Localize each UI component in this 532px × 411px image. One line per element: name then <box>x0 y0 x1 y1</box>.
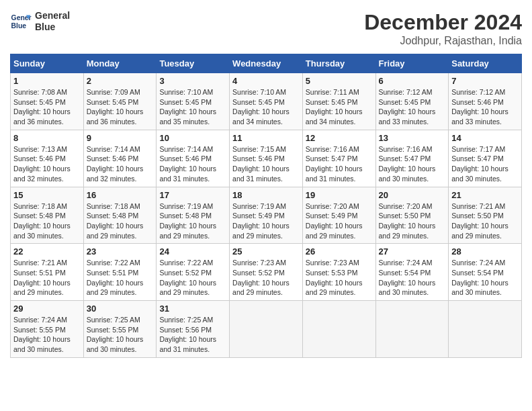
header-day-friday: Friday <box>375 54 449 73</box>
day-info: Sunrise: 7:20 AM Sunset: 5:50 PM Dayligh… <box>379 201 446 241</box>
calendar-week-row: 1Sunrise: 7:08 AM Sunset: 5:45 PM Daylig… <box>11 73 522 130</box>
day-info: Sunrise: 7:15 AM Sunset: 5:46 PM Dayligh… <box>232 144 300 184</box>
logo-icon: General Blue <box>10 11 32 32</box>
day-number: 10 <box>159 133 226 143</box>
day-number: 23 <box>87 246 154 257</box>
calendar-day-cell: 28Sunrise: 7:24 AM Sunset: 5:54 PM Dayli… <box>449 244 522 301</box>
day-info: Sunrise: 7:10 AM Sunset: 5:45 PM Dayligh… <box>232 87 300 127</box>
day-info: Sunrise: 7:24 AM Sunset: 5:55 PM Dayligh… <box>13 315 81 355</box>
calendar-week-row: 8Sunrise: 7:13 AM Sunset: 5:46 PM Daylig… <box>11 130 522 187</box>
day-info: Sunrise: 7:12 AM Sunset: 5:45 PM Dayligh… <box>379 87 446 127</box>
calendar-day-cell: 26Sunrise: 7:23 AM Sunset: 5:53 PM Dayli… <box>302 244 375 301</box>
calendar-day-cell: 11Sunrise: 7:15 AM Sunset: 5:46 PM Dayli… <box>230 130 303 187</box>
logo-line2: Blue <box>35 21 70 33</box>
day-info: Sunrise: 7:22 AM Sunset: 5:51 PM Dayligh… <box>87 258 154 298</box>
day-number: 20 <box>379 190 446 200</box>
calendar-day-cell: 23Sunrise: 7:22 AM Sunset: 5:51 PM Dayli… <box>83 244 157 301</box>
day-info: Sunrise: 7:14 AM Sunset: 5:46 PM Dayligh… <box>87 144 154 184</box>
day-number: 19 <box>306 190 373 200</box>
day-number: 30 <box>87 304 154 314</box>
header-day-wednesday: Wednesday <box>230 54 303 73</box>
day-info: Sunrise: 7:18 AM Sunset: 5:48 PM Dayligh… <box>87 201 154 241</box>
calendar-day-cell: 10Sunrise: 7:14 AM Sunset: 5:46 PM Dayli… <box>157 130 230 187</box>
day-number: 15 <box>13 190 81 200</box>
calendar-day-cell: 17Sunrise: 7:19 AM Sunset: 5:48 PM Dayli… <box>157 187 230 244</box>
day-number: 9 <box>87 133 154 143</box>
day-info: Sunrise: 7:09 AM Sunset: 5:45 PM Dayligh… <box>87 87 154 127</box>
calendar-day-cell: 13Sunrise: 7:16 AM Sunset: 5:47 PM Dayli… <box>375 130 449 187</box>
day-info: Sunrise: 7:12 AM Sunset: 5:46 PM Dayligh… <box>451 87 519 127</box>
day-info: Sunrise: 7:14 AM Sunset: 5:46 PM Dayligh… <box>159 144 226 184</box>
day-info: Sunrise: 7:16 AM Sunset: 5:47 PM Dayligh… <box>306 144 373 184</box>
calendar-day-cell: 19Sunrise: 7:20 AM Sunset: 5:49 PM Dayli… <box>302 187 375 244</box>
header-day-monday: Monday <box>83 54 157 73</box>
day-number: 3 <box>159 76 226 86</box>
calendar-day-cell: 8Sunrise: 7:13 AM Sunset: 5:46 PM Daylig… <box>11 130 84 187</box>
calendar-header-row: SundayMondayTuesdayWednesdayThursdayFrid… <box>11 54 522 73</box>
day-info: Sunrise: 7:25 AM Sunset: 5:56 PM Dayligh… <box>159 315 226 355</box>
calendar-table: SundayMondayTuesdayWednesdayThursdayFrid… <box>10 54 522 358</box>
day-number: 25 <box>232 246 300 257</box>
calendar-day-cell: 24Sunrise: 7:22 AM Sunset: 5:52 PM Dayli… <box>157 244 230 301</box>
day-info: Sunrise: 7:24 AM Sunset: 5:54 PM Dayligh… <box>379 258 446 298</box>
day-number: 31 <box>159 304 226 314</box>
day-number: 6 <box>379 76 446 86</box>
day-number: 1 <box>13 76 81 86</box>
day-info: Sunrise: 7:23 AM Sunset: 5:52 PM Dayligh… <box>232 258 300 298</box>
day-number: 12 <box>306 133 373 143</box>
calendar-day-cell: 27Sunrise: 7:24 AM Sunset: 5:54 PM Dayli… <box>375 244 449 301</box>
day-info: Sunrise: 7:08 AM Sunset: 5:45 PM Dayligh… <box>13 87 81 127</box>
header-day-tuesday: Tuesday <box>157 54 230 73</box>
calendar-day-cell: 29Sunrise: 7:24 AM Sunset: 5:55 PM Dayli… <box>11 301 84 358</box>
calendar-week-row: 15Sunrise: 7:18 AM Sunset: 5:48 PM Dayli… <box>11 187 522 244</box>
day-info: Sunrise: 7:19 AM Sunset: 5:49 PM Dayligh… <box>232 201 300 241</box>
day-info: Sunrise: 7:21 AM Sunset: 5:50 PM Dayligh… <box>451 201 519 241</box>
logo: General Blue General Blue <box>10 10 70 33</box>
day-info: Sunrise: 7:19 AM Sunset: 5:48 PM Dayligh… <box>159 201 226 241</box>
logo-line1: General <box>35 10 70 21</box>
calendar-day-cell: 14Sunrise: 7:17 AM Sunset: 5:47 PM Dayli… <box>449 130 522 187</box>
logo-text: General Blue <box>35 10 70 33</box>
day-number: 2 <box>87 76 154 86</box>
day-number: 17 <box>159 190 226 200</box>
day-number: 26 <box>306 246 373 257</box>
calendar-day-cell: 30Sunrise: 7:25 AM Sunset: 5:55 PM Dayli… <box>83 301 157 358</box>
day-info: Sunrise: 7:23 AM Sunset: 5:53 PM Dayligh… <box>306 258 373 298</box>
day-info: Sunrise: 7:17 AM Sunset: 5:47 PM Dayligh… <box>451 144 519 184</box>
calendar-day-cell: 12Sunrise: 7:16 AM Sunset: 5:47 PM Dayli… <box>302 130 375 187</box>
calendar-day-cell: 20Sunrise: 7:20 AM Sunset: 5:50 PM Dayli… <box>375 187 449 244</box>
day-number: 29 <box>13 304 81 314</box>
calendar-subtitle: Jodhpur, Rajasthan, India <box>364 35 522 47</box>
calendar-day-cell: 1Sunrise: 7:08 AM Sunset: 5:45 PM Daylig… <box>11 73 84 130</box>
header-day-thursday: Thursday <box>302 54 375 73</box>
day-number: 11 <box>232 133 300 143</box>
calendar-day-cell: 9Sunrise: 7:14 AM Sunset: 5:46 PM Daylig… <box>83 130 157 187</box>
calendar-day-cell: 21Sunrise: 7:21 AM Sunset: 5:50 PM Dayli… <box>449 187 522 244</box>
calendar-day-cell: 22Sunrise: 7:21 AM Sunset: 5:51 PM Dayli… <box>11 244 84 301</box>
day-info: Sunrise: 7:10 AM Sunset: 5:45 PM Dayligh… <box>159 87 226 127</box>
calendar-day-cell: 3Sunrise: 7:10 AM Sunset: 5:45 PM Daylig… <box>157 73 230 130</box>
day-info: Sunrise: 7:22 AM Sunset: 5:52 PM Dayligh… <box>159 258 226 298</box>
calendar-day-cell <box>230 301 303 358</box>
calendar-day-cell: 7Sunrise: 7:12 AM Sunset: 5:46 PM Daylig… <box>449 73 522 130</box>
day-number: 14 <box>451 133 519 143</box>
calendar-day-cell: 31Sunrise: 7:25 AM Sunset: 5:56 PM Dayli… <box>157 301 230 358</box>
calendar-day-cell <box>375 301 449 358</box>
day-number: 5 <box>306 76 373 86</box>
calendar-day-cell: 4Sunrise: 7:10 AM Sunset: 5:45 PM Daylig… <box>230 73 303 130</box>
calendar-day-cell: 2Sunrise: 7:09 AM Sunset: 5:45 PM Daylig… <box>83 73 157 130</box>
header-day-saturday: Saturday <box>449 54 522 73</box>
day-info: Sunrise: 7:20 AM Sunset: 5:49 PM Dayligh… <box>306 201 373 241</box>
day-number: 18 <box>232 190 300 200</box>
day-number: 13 <box>379 133 446 143</box>
title-block: December 2024 Jodhpur, Rajasthan, India <box>364 10 522 47</box>
day-info: Sunrise: 7:21 AM Sunset: 5:51 PM Dayligh… <box>13 258 81 298</box>
day-info: Sunrise: 7:11 AM Sunset: 5:45 PM Dayligh… <box>306 87 373 127</box>
calendar-day-cell <box>449 301 522 358</box>
calendar-week-row: 22Sunrise: 7:21 AM Sunset: 5:51 PM Dayli… <box>11 244 522 301</box>
calendar-day-cell: 5Sunrise: 7:11 AM Sunset: 5:45 PM Daylig… <box>302 73 375 130</box>
day-info: Sunrise: 7:25 AM Sunset: 5:55 PM Dayligh… <box>87 315 154 355</box>
calendar-day-cell: 25Sunrise: 7:23 AM Sunset: 5:52 PM Dayli… <box>230 244 303 301</box>
day-number: 27 <box>379 246 446 257</box>
calendar-day-cell <box>302 301 375 358</box>
